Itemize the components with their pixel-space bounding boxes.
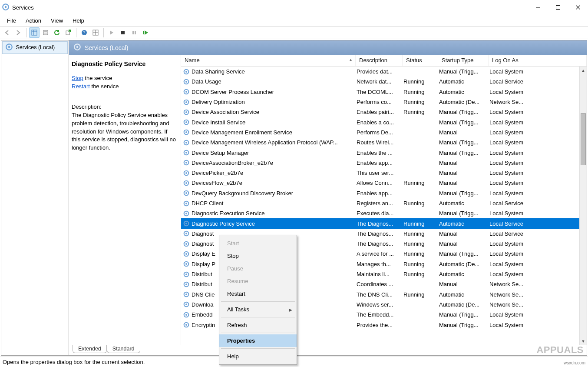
content-pane: Services (Local) Diagnostic Policy Servi… — [69, 40, 587, 355]
svg-point-33 — [185, 101, 187, 103]
service-log-on-as: Local System — [488, 240, 579, 247]
scroll-thumb[interactable] — [581, 113, 586, 165]
service-startup-type: Manual — [437, 240, 488, 247]
grid-button[interactable] — [90, 27, 101, 38]
service-row[interactable]: DevQuery Background Discovery BrokerEnab… — [181, 188, 587, 198]
stop-link-trail: the service — [83, 75, 112, 81]
menu-action[interactable]: Action — [21, 16, 46, 25]
service-row[interactable]: DCOM Server Process LauncherThe DCOML...… — [181, 87, 587, 97]
col-description[interactable]: Description — [356, 55, 403, 66]
service-description: Enables a co... — [355, 119, 402, 126]
service-startup-type: Automatic — [437, 220, 488, 227]
service-row[interactable]: Device Association ServiceEnables pairi.… — [181, 107, 587, 117]
service-log-on-as: Local System — [488, 68, 579, 75]
service-startup-type: Automatic — [437, 200, 488, 207]
service-description: Windows ser... — [355, 301, 402, 308]
pause-button[interactable] — [129, 27, 139, 38]
forward-button[interactable] — [13, 27, 23, 38]
menu-help[interactable]: Help — [68, 16, 89, 25]
svg-point-27 — [185, 71, 187, 73]
ctx-all-tasks[interactable]: All Tasks▶ — [219, 303, 297, 316]
service-log-on-as: Local System — [488, 271, 579, 277]
service-log-on-as: Local System — [488, 109, 579, 115]
svg-point-61 — [185, 243, 187, 245]
service-log-on-as: Local System — [488, 210, 579, 217]
service-row[interactable]: Device Management Wireless Application P… — [181, 137, 587, 147]
svg-rect-20 — [135, 31, 136, 34]
play-button[interactable] — [106, 27, 117, 38]
close-button[interactable] — [568, 0, 588, 15]
service-row[interactable]: Device Install ServiceEnables a co...Man… — [181, 117, 587, 127]
col-log-on-as[interactable]: Log On As — [489, 55, 587, 66]
col-startup-type[interactable]: Startup Type — [438, 55, 489, 66]
details-view-button[interactable] — [29, 27, 40, 38]
ctx-help[interactable]: Help — [219, 350, 297, 363]
service-row[interactable]: Device Management Enrollment ServicePerf… — [181, 127, 587, 137]
service-name: Delivery Optimization — [192, 99, 245, 105]
service-startup-type: Manual (Trigg... — [437, 119, 488, 126]
export-button[interactable] — [63, 27, 73, 38]
properties-button[interactable] — [40, 27, 51, 38]
content-body: Diagnostic Policy Service Stop the servi… — [69, 55, 587, 345]
service-icon — [183, 109, 190, 116]
service-name: Device Management Enrollment Service — [192, 129, 292, 136]
stop-play-button[interactable] — [118, 27, 128, 38]
svg-point-37 — [185, 121, 187, 123]
service-startup-type: Automatic — [437, 271, 488, 277]
restart-link[interactable]: Restart — [72, 83, 90, 90]
svg-rect-9 — [43, 30, 48, 35]
ctx-resume: Resume — [219, 275, 297, 287]
ctx-refresh[interactable]: Refresh — [219, 319, 297, 331]
scroll-track[interactable] — [580, 74, 587, 337]
service-row[interactable]: Data Sharing ServiceProvides dat...Manua… — [181, 67, 587, 77]
stop-link[interactable]: Stop — [72, 75, 83, 81]
maximize-button[interactable] — [548, 0, 568, 15]
col-status[interactable]: Status — [403, 55, 438, 66]
ctx-stop[interactable]: Stop — [219, 250, 297, 262]
service-icon — [183, 301, 190, 308]
service-startup-type: Automatic (De... — [437, 301, 488, 308]
menu-view[interactable]: View — [46, 16, 67, 25]
scroll-up-icon[interactable]: ▲ — [580, 67, 587, 74]
service-log-on-as: Local System — [488, 322, 579, 328]
scrollbar[interactable]: ▲ ▼ — [579, 67, 587, 345]
service-description: Maintains li... — [355, 271, 402, 277]
service-log-on-as: Local System — [488, 261, 579, 267]
service-row[interactable]: Delivery OptimizationPerforms co...Runni… — [181, 97, 587, 107]
service-log-on-as: Local Service — [488, 78, 579, 85]
toolbar-separator — [76, 28, 76, 37]
tree-item-services-local[interactable]: Services (Local) — [2, 41, 68, 54]
service-row[interactable]: Device Setup ManagerEnables the ...Manua… — [181, 147, 587, 157]
ctx-restart[interactable]: Restart — [219, 287, 297, 300]
svg-point-51 — [185, 192, 187, 194]
svg-point-35 — [185, 111, 187, 113]
service-row[interactable]: DevicePicker_e2b7eThis user ser...Manual… — [181, 168, 587, 178]
back-button[interactable] — [2, 27, 12, 38]
service-log-on-as: Network Se... — [488, 99, 579, 105]
tab-extended[interactable]: Extended — [73, 345, 107, 353]
svg-point-75 — [185, 314, 187, 316]
watermark: APPUALS — [536, 344, 584, 356]
service-description: The Diagnos... — [355, 240, 402, 247]
refresh-button[interactable] — [52, 27, 62, 38]
menu-file[interactable]: File — [3, 16, 20, 25]
service-name: DCOM Server Process Launcher — [192, 89, 274, 95]
col-name[interactable]: Name ▴ — [181, 55, 356, 66]
menu-bar: File Action View Help — [0, 15, 588, 26]
tab-standard[interactable]: Standard — [107, 345, 140, 353]
service-row[interactable]: Data UsageNetwork dat...RunningAutomatic… — [181, 77, 587, 87]
service-name: Device Management Wireless Application P… — [192, 139, 338, 146]
service-row[interactable]: Diagnostic Policy ServiceThe Diagnos...R… — [181, 218, 587, 228]
service-row[interactable]: DHCP ClientRegisters an...RunningAutomat… — [181, 198, 587, 208]
service-icon — [183, 139, 190, 146]
service-row[interactable]: DevicesFlow_e2b7eAllows Conn...RunningMa… — [181, 178, 587, 188]
minimize-button[interactable] — [528, 0, 548, 15]
service-status: Running — [402, 180, 437, 186]
service-row[interactable]: Diagnostic Execution ServiceExecutes dia… — [181, 208, 587, 218]
restart-play-button[interactable] — [140, 27, 151, 38]
service-startup-type: Manual — [437, 170, 488, 176]
ctx-properties[interactable]: Properties — [219, 334, 297, 347]
help-button[interactable]: ? — [79, 27, 89, 38]
scroll-down-icon[interactable]: ▼ — [580, 337, 587, 345]
service-row[interactable]: DeviceAssociationBroker_e2b7eEnables app… — [181, 158, 587, 168]
